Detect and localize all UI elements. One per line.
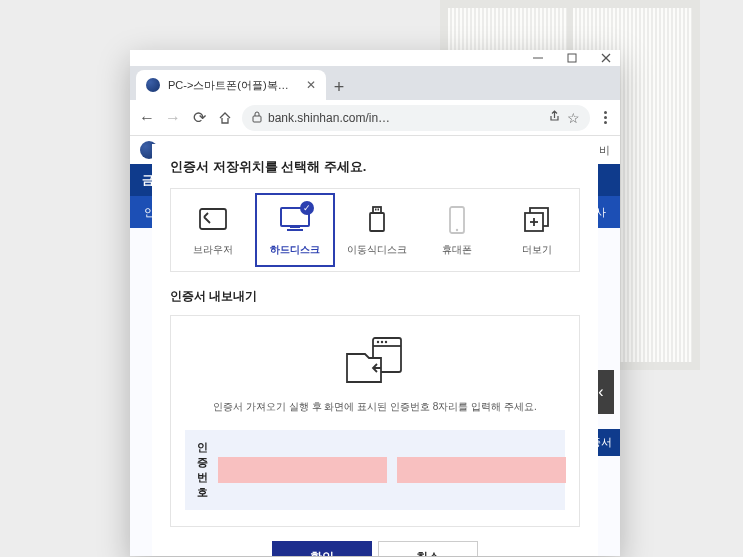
confirm-button[interactable]: 확인 [272,541,372,556]
svg-point-21 [377,341,379,343]
maximize-button[interactable] [566,52,578,64]
auth-number-input-2[interactable] [397,457,566,483]
storage-option-phone[interactable]: 휴대폰 [419,193,495,267]
address-bar: ← → ⟳ bank.shinhan.com/in… ☆ [130,100,620,136]
bookmark-star-icon[interactable]: ☆ [567,110,580,126]
svg-rect-1 [568,54,576,62]
url-text: bank.shinhan.com/in… [268,111,541,125]
lock-icon [252,111,262,125]
svg-point-22 [381,341,383,343]
svg-point-23 [385,341,387,343]
modal-button-row: 확인 취소 [170,541,580,556]
home-icon[interactable] [216,111,234,125]
svg-rect-8 [287,229,303,231]
window-titlebar [130,50,620,66]
check-icon: ✓ [300,201,314,215]
cancel-button[interactable]: 취소 [378,541,478,556]
back-icon[interactable]: ← [138,109,156,127]
svg-rect-4 [253,116,261,122]
export-message: 인증서 가져오기 실행 후 화면에 표시된 인증번호 8자리를 입력해 주세요. [185,400,565,414]
tab-favicon [146,78,160,92]
svg-rect-7 [290,226,300,228]
share-icon[interactable] [547,109,561,126]
new-tab-button[interactable]: + [326,74,352,100]
forward-icon[interactable]: → [164,109,182,127]
browser-icon [196,205,230,235]
certificate-modal: 인증서 저장위치를 선택해 주세요. 브라우저 ✓ 하드디스크 [152,144,598,556]
auth-number-row: 인증번호 [185,430,565,510]
close-button[interactable] [600,52,612,64]
browser-menu-icon[interactable] [598,111,612,124]
storage-label: 이동식디스크 [347,243,407,257]
storage-option-removable[interactable]: 이동식디스크 [339,193,415,267]
svg-rect-11 [375,209,377,211]
storage-option-harddisk[interactable]: ✓ 하드디스크 [255,193,335,267]
browser-tab[interactable]: PC->스마트폰(어플)복사 | 신한은 ✕ [136,70,326,100]
svg-rect-5 [200,209,226,229]
export-box: 인증서 가져오기 실행 후 화면에 표시된 인증번호 8자리를 입력해 주세요.… [170,315,580,527]
minimize-button[interactable] [532,52,544,64]
phone-icon [440,205,474,235]
export-section-title: 인증서 내보내기 [170,288,580,305]
monitor-icon: ✓ [278,205,312,235]
storage-label: 브라우저 [193,243,233,257]
tab-close-icon[interactable]: ✕ [306,78,316,92]
modal-title: 인증서 저장위치를 선택해 주세요. [170,158,580,176]
url-field[interactable]: bank.shinhan.com/in… ☆ [242,105,590,131]
page-viewport: 신 금융서비 금융 인증 플)복사 ‹ 증서 인증서 저장위치를 선택해 주세요… [130,136,620,556]
storage-location-row: 브라우저 ✓ 하드디스크 이동식디스크 [170,188,580,272]
storage-label: 더보기 [522,243,552,257]
tab-title: PC->스마트폰(어플)복사 | 신한은 [168,78,298,93]
usb-icon [360,205,394,235]
tab-bar: PC->스마트폰(어플)복사 | 신한은 ✕ + [130,66,620,100]
storage-label: 하드디스크 [270,243,320,257]
reload-icon[interactable]: ⟳ [190,108,208,127]
export-illustration [185,334,565,388]
browser-window: PC->스마트폰(어플)복사 | 신한은 ✕ + ← → ⟳ bank.shin… [130,50,620,556]
svg-rect-10 [373,207,381,213]
svg-rect-12 [378,209,380,211]
svg-rect-9 [370,213,384,231]
auth-number-input-1[interactable] [218,457,387,483]
storage-option-browser[interactable]: 브라우저 [175,193,251,267]
auth-number-label: 인증번호 [197,440,208,500]
svg-point-14 [456,229,458,231]
more-icon [520,205,554,235]
storage-label: 휴대폰 [442,243,472,257]
storage-option-more[interactable]: 더보기 [499,193,575,267]
